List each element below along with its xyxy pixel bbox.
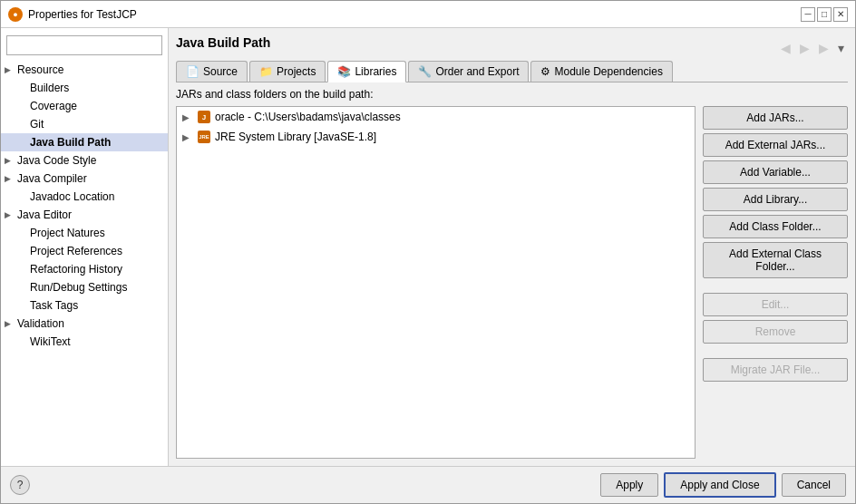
sidebar-item-project-natures[interactable]: Project Natures (1, 224, 168, 242)
tree-item-oracle[interactable]: ▶Joracle - C:\Users\badams\java\classes (177, 107, 695, 127)
sidebar-item-label: Java Editor (17, 208, 72, 221)
sidebar-item-java-editor[interactable]: ▶Java Editor (1, 206, 168, 224)
dialog: ● Properties for TestJCP ─ □ ✕ ▶Resource… (0, 0, 856, 504)
tree-expand-icon: ▶ (182, 112, 193, 122)
sidebar-item-refactoring-history[interactable]: Refactoring History (1, 260, 168, 278)
cancel-button[interactable]: Cancel (782, 473, 846, 497)
sidebar-item-label: Task Tags (30, 299, 78, 312)
edit-button: Edit... (703, 293, 848, 316)
panel-title: Java Build Path (176, 35, 270, 53)
sidebar-item-label: Javadoc Location (30, 190, 114, 203)
sidebar-item-project-references[interactable]: Project References (1, 242, 168, 260)
tab-source[interactable]: 📄Source (176, 61, 248, 82)
bottom-bar: ? Apply Apply and Close Cancel (1, 466, 855, 503)
sidebar-item-wikitext[interactable]: WikiText (1, 333, 168, 351)
sidebar-item-resource[interactable]: ▶Resource (1, 61, 168, 79)
sidebar-item-label: Java Build Path (30, 136, 111, 149)
nav-forward-button[interactable]: ▶ (815, 39, 832, 57)
buttons-panel: Add JARs...Add External JARs...Add Varia… (703, 106, 848, 459)
sidebar-item-javadoc-location[interactable]: Javadoc Location (1, 188, 168, 206)
tab-icon-projects: 📁 (259, 65, 273, 78)
add-external-class-folder-button[interactable]: Add External Class Folder... (703, 242, 848, 278)
main-content: ▶ResourceBuildersCoverageGitJava Build P… (1, 28, 855, 466)
search-input[interactable] (6, 35, 162, 55)
apply-button[interactable]: Apply (600, 473, 658, 497)
expand-icon: ▶ (5, 319, 14, 328)
sidebar-item-label: Git (30, 118, 44, 131)
sidebar-item-label: Java Code Style (17, 154, 96, 167)
sidebar: ▶ResourceBuildersCoverageGitJava Build P… (1, 28, 169, 466)
dialog-title: Properties for TestJCP (28, 8, 137, 21)
tab-label-module-dependencies: Module Dependencies (554, 65, 662, 78)
tab-projects[interactable]: 📁Projects (249, 61, 326, 82)
tab-libraries[interactable]: 📚Libraries (327, 61, 406, 82)
tree-panel: ▶Joracle - C:\Users\badams\java\classes▶… (176, 106, 696, 459)
migrate-jar-button: Migrate JAR File... (703, 358, 848, 382)
apply-close-button[interactable]: Apply and Close (664, 472, 775, 498)
sidebar-item-label: Java Compiler (17, 172, 87, 185)
help-button[interactable]: ? (10, 475, 30, 495)
sidebar-item-label: Project References (30, 245, 122, 257)
sidebar-item-label: WikiText (30, 335, 71, 348)
remove-button: Remove (703, 320, 848, 344)
tabs-bar: 📄Source📁Projects📚Libraries🔧Order and Exp… (176, 61, 848, 82)
minimize-button[interactable]: ─ (801, 7, 815, 22)
tree-item-label: oracle - C:\Users\badams\java\classes (215, 111, 401, 123)
right-panel: Java Build Path ◀ ▶ ▶ ▾ 📄Source📁Projects… (169, 28, 855, 466)
button-separator (703, 282, 848, 289)
tab-icon-libraries: 📚 (337, 65, 351, 78)
bottom-right: Apply Apply and Close Cancel (600, 472, 846, 498)
close-button[interactable]: ✕ (833, 7, 848, 22)
tab-label-projects: Projects (277, 65, 316, 78)
title-bar-left: ● Properties for TestJCP (8, 7, 137, 22)
app-icon: ● (8, 7, 23, 22)
expand-icon: ▶ (5, 65, 14, 74)
tab-label-libraries: Libraries (355, 65, 396, 78)
tree-expand-icon: ▶ (182, 132, 193, 142)
sidebar-item-java-build-path[interactable]: Java Build Path (1, 133, 168, 151)
nav-back-button[interactable]: ◀ (777, 39, 794, 57)
add-library-button[interactable]: Add Library... (703, 188, 848, 211)
sidebar-item-label: Resource (17, 63, 63, 76)
title-bar: ● Properties for TestJCP ─ □ ✕ (1, 1, 855, 28)
content-area: ▶Joracle - C:\Users\badams\java\classes▶… (176, 106, 848, 459)
add-external-jars-button[interactable]: Add External JARs... (703, 133, 848, 157)
sidebar-item-label: Project Natures (30, 227, 105, 239)
add-class-folder-button[interactable]: Add Class Folder... (703, 215, 848, 238)
add-variable-button[interactable]: Add Variable... (703, 160, 848, 184)
sidebar-item-java-code-style[interactable]: ▶Java Code Style (1, 151, 168, 170)
add-jars-button[interactable]: Add JARs... (703, 106, 848, 130)
sidebar-item-validation[interactable]: ▶Validation (1, 315, 168, 333)
sidebar-item-label: Run/Debug Settings (30, 281, 127, 294)
tab-module-dependencies[interactable]: ⚙Module Dependencies (530, 61, 672, 82)
tab-icon-module-dependencies: ⚙ (540, 65, 550, 78)
nav-back2-button[interactable]: ▶ (796, 39, 813, 57)
expand-icon: ▶ (5, 210, 14, 219)
sidebar-item-label: Builders (30, 82, 69, 94)
tab-icon-source: 📄 (186, 65, 199, 78)
tab-order-export[interactable]: 🔧Order and Export (408, 61, 529, 82)
tree-item-label: JRE System Library [JavaSE-1.8] (215, 131, 376, 143)
button-separator (703, 347, 848, 354)
window-controls: ─ □ ✕ (801, 7, 848, 22)
tab-icon-order-export: 🔧 (418, 65, 432, 78)
sidebar-item-coverage[interactable]: Coverage (1, 97, 168, 115)
sidebar-item-label: Validation (17, 317, 64, 330)
description-text: JARs and class folders on the build path… (176, 88, 848, 101)
tab-label-order-export: Order and Export (435, 65, 519, 78)
sidebar-item-run-debug-settings[interactable]: Run/Debug Settings (1, 278, 168, 296)
sidebar-item-git[interactable]: Git (1, 115, 168, 133)
maximize-button[interactable]: □ (817, 7, 832, 22)
sidebar-item-java-compiler[interactable]: ▶Java Compiler (1, 170, 168, 188)
sidebar-item-builders[interactable]: Builders (1, 79, 168, 97)
sidebar-item-label: Refactoring History (30, 263, 122, 276)
expand-icon: ▶ (5, 156, 14, 165)
tree-item-jre[interactable]: ▶JREJRE System Library [JavaSE-1.8] (177, 127, 695, 147)
sidebar-items: ▶ResourceBuildersCoverageGitJava Build P… (1, 61, 168, 351)
nav-menu-button[interactable]: ▾ (834, 39, 848, 57)
sidebar-item-task-tags[interactable]: Task Tags (1, 296, 168, 315)
jar-icon: J (197, 110, 211, 124)
jre-icon: JRE (197, 130, 211, 144)
tab-label-source: Source (203, 65, 238, 78)
nav-arrows: ◀ ▶ ▶ ▾ (777, 39, 848, 57)
